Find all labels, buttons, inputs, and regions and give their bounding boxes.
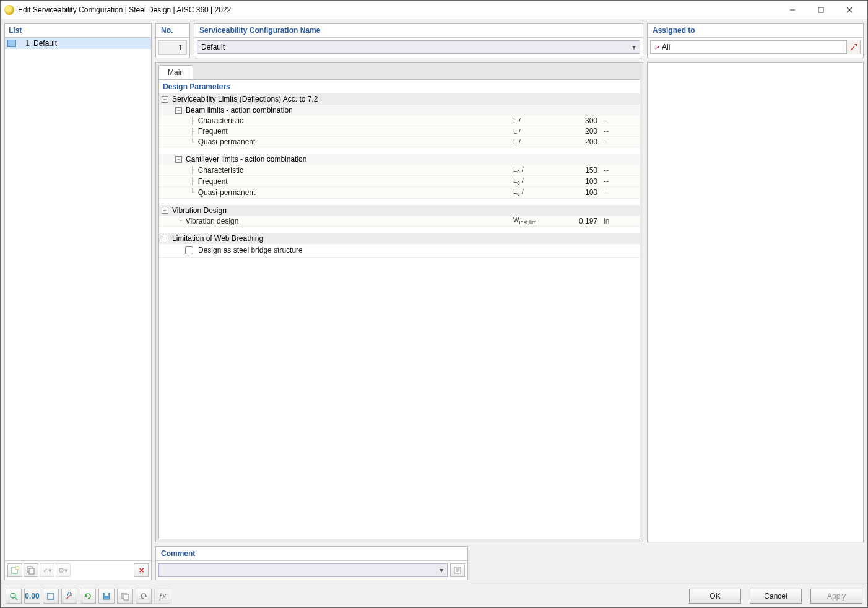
copy-all-button[interactable] xyxy=(117,589,133,604)
no-value: 1 xyxy=(158,40,187,55)
svg-line-8 xyxy=(851,46,854,50)
measure-button[interactable]: A xyxy=(61,589,77,604)
copy-all-icon xyxy=(121,592,129,601)
group-label: Limitation of Web Breathing xyxy=(172,234,263,243)
name-header: Serviceability Configuration Name xyxy=(194,24,643,38)
collapse-icon[interactable]: − xyxy=(175,156,182,163)
refresh-green-button[interactable] xyxy=(80,589,96,604)
svg-text:A: A xyxy=(67,592,72,598)
row-beam-quasi[interactable]: └ Quasi-permanent L / 200 -- xyxy=(159,137,640,147)
gear-down-button[interactable]: ⚙▾ xyxy=(56,563,71,577)
box-button[interactable] xyxy=(43,589,59,604)
tree-icon: ├ xyxy=(190,177,194,185)
preview-panel xyxy=(647,62,864,542)
refresh-green-icon xyxy=(84,592,92,601)
list-color-icon xyxy=(7,40,16,47)
assigned-field[interactable]: ↗ All xyxy=(650,40,861,54)
design-parameters-title: Design Parameters xyxy=(159,80,640,93)
list-body: 1 Default xyxy=(5,38,151,560)
copy-button[interactable] xyxy=(24,563,38,577)
svg-rect-7 xyxy=(29,568,34,574)
parameters-area: Design Parameters − Serviceability Limit… xyxy=(158,79,640,539)
group-serviceability-limits[interactable]: − Serviceability Limits (Deflections) Ac… xyxy=(159,93,640,105)
delete-button[interactable]: ✕ xyxy=(134,563,149,577)
tree-icon: └ xyxy=(190,188,194,196)
collapse-icon[interactable]: − xyxy=(162,96,168,103)
collapse-icon[interactable]: − xyxy=(162,207,168,214)
check-down-button[interactable]: ✓▾ xyxy=(40,563,54,577)
tab-main[interactable]: Main xyxy=(158,65,193,79)
list-item[interactable]: 1 Default xyxy=(5,38,151,49)
save-button[interactable] xyxy=(98,589,115,604)
cancel-button[interactable]: Cancel xyxy=(750,589,802,604)
minimize-button[interactable] xyxy=(778,1,807,19)
comment-row: Comment ▾ xyxy=(155,546,864,580)
comment-edit-button[interactable] xyxy=(450,563,465,577)
header-row: No. 1 Serviceability Configuration Name … xyxy=(155,23,864,58)
row-vibration-design[interactable]: └ Vibration design Winst,lim 0.197 in xyxy=(159,216,640,227)
maximize-button[interactable] xyxy=(807,1,835,19)
apply-button[interactable]: Apply xyxy=(810,589,862,604)
svg-line-15 xyxy=(15,597,17,600)
row-cant-quasi[interactable]: └ Quasi-permanent Lc / 100 -- xyxy=(159,187,640,198)
fx-button[interactable]: ƒx xyxy=(154,589,170,604)
tree-icon: ├ xyxy=(190,128,194,136)
collapse-icon[interactable]: − xyxy=(175,107,182,114)
chevron-down-icon: ▾ xyxy=(436,566,447,575)
decimal-button[interactable]: 0.00 xyxy=(24,589,40,604)
row-cant-frequent[interactable]: ├ Frequent Lc / 100 -- xyxy=(159,176,640,187)
assigned-block: Assigned to ↗ All xyxy=(647,23,864,58)
svg-rect-23 xyxy=(124,594,128,600)
pick-icon xyxy=(850,43,857,51)
close-button[interactable] xyxy=(835,1,864,19)
undo-button[interactable] xyxy=(136,589,152,604)
subgroup-label: Beam limits - action combination xyxy=(186,106,293,115)
ok-button[interactable]: OK xyxy=(689,589,741,604)
window-title: Edit Serviceability Configuration | Stee… xyxy=(18,6,778,14)
assigned-value: All xyxy=(662,43,670,51)
note-icon xyxy=(453,566,462,575)
subgroup-label: Cantilever limits - action combination xyxy=(186,155,306,163)
name-combobox[interactable]: Default ▾ xyxy=(197,40,640,54)
svg-rect-21 xyxy=(105,593,108,596)
row-beam-frequent[interactable]: ├ Frequent L / 200 -- xyxy=(159,126,640,137)
decimal-icon: 0.00 xyxy=(25,592,39,601)
group-label: Serviceability Limits (Deflections) Acc.… xyxy=(172,95,318,103)
list-item-name: Default xyxy=(33,39,57,48)
chevron-down-icon: ▾ xyxy=(632,43,636,51)
svg-point-14 xyxy=(11,593,15,598)
comment-combobox[interactable]: ▾ xyxy=(158,563,448,577)
svg-marker-9 xyxy=(854,44,857,46)
save-icon xyxy=(102,592,111,601)
assigned-header: Assigned to xyxy=(648,24,863,38)
minimize-icon xyxy=(789,7,796,13)
row-design-steel-bridge[interactable]: Design as steel bridge structure xyxy=(159,244,640,258)
bottom-bar: 0.00 A ƒx OK Cancel Apply xyxy=(1,584,867,607)
row-cant-characteristic[interactable]: ├ Characteristic Lc / 150 -- xyxy=(159,165,640,176)
list-toolbar: ✓▾ ⚙▾ ✕ xyxy=(5,560,151,580)
comment-header: Comment xyxy=(156,547,467,561)
pick-members-button[interactable] xyxy=(846,40,860,54)
new-icon xyxy=(11,566,19,575)
group-vibration-design[interactable]: − Vibration Design xyxy=(159,205,640,216)
copy-icon xyxy=(27,566,35,575)
list-panel: List 1 Default ✓▾ ⚙▾ ✕ xyxy=(4,23,152,580)
no-block: No. 1 xyxy=(155,23,190,58)
tree-icon: ├ xyxy=(190,166,194,174)
main-left: Main Design Parameters − Serviceability … xyxy=(155,62,643,542)
subgroup-beam-limits[interactable]: − Beam limits - action combination xyxy=(159,105,640,116)
no-header: No. xyxy=(156,24,189,38)
tree-icon: ├ xyxy=(190,117,194,125)
steel-bridge-checkbox[interactable] xyxy=(185,246,193,254)
dialog-window: Edit Serviceability Configuration | Stee… xyxy=(0,0,868,608)
group-web-breathing[interactable]: − Limitation of Web Breathing xyxy=(159,233,640,244)
svg-rect-16 xyxy=(48,593,54,599)
subgroup-cantilever-limits[interactable]: − Cantilever limits - action combination xyxy=(159,154,640,165)
fx-icon: ƒx xyxy=(158,592,167,601)
new-button[interactable] xyxy=(7,563,22,577)
magnifier-icon xyxy=(9,592,18,601)
search-button[interactable] xyxy=(6,589,22,604)
row-beam-characteristic[interactable]: ├ Characteristic L / 300 -- xyxy=(159,116,640,126)
dialog-body: List 1 Default ✓▾ ⚙▾ ✕ xyxy=(1,19,867,584)
collapse-icon[interactable]: − xyxy=(162,235,168,241)
